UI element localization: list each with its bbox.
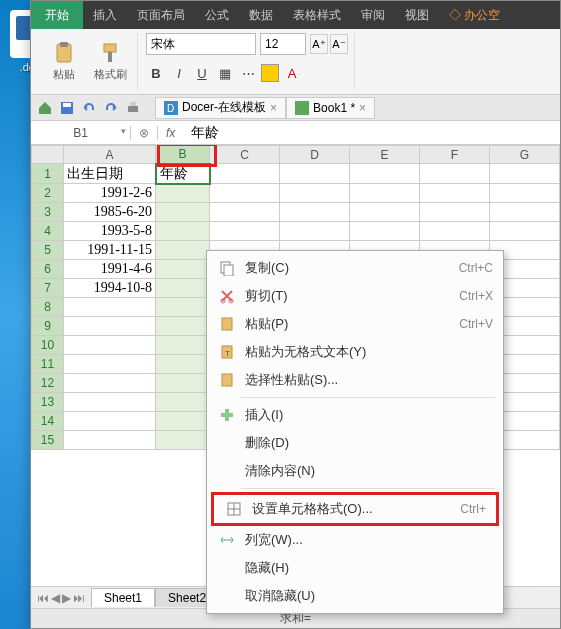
cell[interactable]: [280, 203, 350, 222]
row-header[interactable]: 3: [32, 203, 64, 222]
close-tab-icon[interactable]: ×: [359, 101, 366, 115]
row-header[interactable]: 1: [32, 164, 64, 184]
sheet-nav-last-icon[interactable]: ⏭: [73, 591, 85, 605]
cell[interactable]: [156, 203, 210, 222]
undo-icon[interactable]: [81, 100, 97, 116]
menu-copy[interactable]: 复制(C) Ctrl+C: [207, 254, 503, 282]
cell[interactable]: [64, 393, 156, 412]
cell[interactable]: [156, 184, 210, 203]
menu-hide[interactable]: 隐藏(H): [207, 554, 503, 582]
cell[interactable]: 1991-4-6: [64, 260, 156, 279]
menu-format-cells[interactable]: 设置单元格格式(O)... Ctrl+: [214, 495, 496, 523]
name-box[interactable]: B1: [31, 126, 131, 140]
fx-button[interactable]: fx: [158, 126, 183, 140]
cell[interactable]: [64, 355, 156, 374]
cell[interactable]: [64, 374, 156, 393]
redo-icon[interactable]: [103, 100, 119, 116]
row-header[interactable]: 5: [32, 241, 64, 260]
cell[interactable]: [350, 222, 420, 241]
increase-font-button[interactable]: A⁺: [310, 34, 328, 54]
row-header[interactable]: 7: [32, 279, 64, 298]
col-header-f[interactable]: F: [420, 146, 490, 164]
menu-tab-insert[interactable]: 插入: [83, 1, 127, 29]
formula-input[interactable]: 年龄: [183, 124, 227, 142]
italic-button[interactable]: I: [169, 63, 189, 83]
close-tab-icon[interactable]: ×: [270, 101, 277, 115]
menu-tab-table-style[interactable]: 表格样式: [283, 1, 351, 29]
row-header[interactable]: 11: [32, 355, 64, 374]
select-all-corner[interactable]: [32, 146, 64, 164]
cell[interactable]: [350, 203, 420, 222]
row-header[interactable]: 13: [32, 393, 64, 412]
menu-tab-review[interactable]: 审阅: [351, 1, 395, 29]
border-button[interactable]: ▦: [215, 63, 235, 83]
cell[interactable]: [156, 260, 210, 279]
more-button[interactable]: ⋯: [238, 63, 258, 83]
font-size-select[interactable]: [260, 33, 306, 55]
cell[interactable]: [280, 184, 350, 203]
menu-insert[interactable]: 插入(I): [207, 401, 503, 429]
cell[interactable]: 1994-10-8: [64, 279, 156, 298]
sheet-nav-next-icon[interactable]: ▶: [62, 591, 71, 605]
menu-delete[interactable]: 删除(D): [207, 429, 503, 457]
col-header-a[interactable]: A: [64, 146, 156, 164]
cell[interactable]: [420, 203, 490, 222]
cell[interactable]: [156, 412, 210, 431]
menu-tab-data[interactable]: 数据: [239, 1, 283, 29]
cell[interactable]: [280, 164, 350, 184]
cell[interactable]: [420, 184, 490, 203]
col-header-g[interactable]: G: [490, 146, 560, 164]
menu-tab-home[interactable]: 开始: [31, 1, 83, 29]
cell[interactable]: [420, 222, 490, 241]
cell[interactable]: [64, 431, 156, 450]
cell[interactable]: [64, 412, 156, 431]
cell[interactable]: [280, 222, 350, 241]
menu-clear-contents[interactable]: 清除内容(N): [207, 457, 503, 485]
row-header[interactable]: 14: [32, 412, 64, 431]
format-painter-button[interactable]: 格式刷: [89, 34, 131, 90]
home-icon[interactable]: [37, 100, 53, 116]
bold-button[interactable]: B: [146, 63, 166, 83]
row-header[interactable]: 6: [32, 260, 64, 279]
cell[interactable]: [156, 355, 210, 374]
cell[interactable]: [156, 317, 210, 336]
cell[interactable]: [64, 298, 156, 317]
row-header[interactable]: 12: [32, 374, 64, 393]
row-header[interactable]: 2: [32, 184, 64, 203]
col-header-c[interactable]: C: [210, 146, 280, 164]
cell[interactable]: [64, 317, 156, 336]
row-header[interactable]: 9: [32, 317, 64, 336]
cell[interactable]: [350, 164, 420, 184]
cell[interactable]: [490, 184, 560, 203]
cell[interactable]: 1991-11-15: [64, 241, 156, 260]
cell[interactable]: 年龄: [156, 164, 210, 184]
row-header[interactable]: 4: [32, 222, 64, 241]
sheet-tab-1[interactable]: Sheet1: [91, 588, 155, 607]
menu-tab-office[interactable]: ◇ 办公空: [439, 1, 510, 29]
cell[interactable]: 1985-6-20: [64, 203, 156, 222]
decrease-font-button[interactable]: A⁻: [330, 34, 348, 54]
fill-color-button[interactable]: [261, 64, 279, 82]
menu-column-width[interactable]: 列宽(W)...: [207, 526, 503, 554]
menu-tab-formulas[interactable]: 公式: [195, 1, 239, 29]
cell[interactable]: [156, 393, 210, 412]
cell[interactable]: [210, 222, 280, 241]
cell[interactable]: [156, 374, 210, 393]
col-header-b[interactable]: B: [156, 146, 210, 164]
cell[interactable]: [64, 336, 156, 355]
doc-tab-docer[interactable]: D Docer-在线模板 ×: [155, 97, 286, 119]
font-color-button[interactable]: A: [282, 63, 302, 83]
col-header-e[interactable]: E: [350, 146, 420, 164]
menu-paste[interactable]: 粘贴(P) Ctrl+V: [207, 310, 503, 338]
underline-button[interactable]: U: [192, 63, 212, 83]
cell[interactable]: [210, 203, 280, 222]
col-header-d[interactable]: D: [280, 146, 350, 164]
menu-tab-view[interactable]: 视图: [395, 1, 439, 29]
cell[interactable]: 1993-5-8: [64, 222, 156, 241]
save-icon[interactable]: [59, 100, 75, 116]
row-header[interactable]: 10: [32, 336, 64, 355]
paste-button[interactable]: 粘贴: [43, 34, 85, 90]
cell[interactable]: [156, 222, 210, 241]
cell[interactable]: [156, 279, 210, 298]
cell[interactable]: [156, 431, 210, 450]
